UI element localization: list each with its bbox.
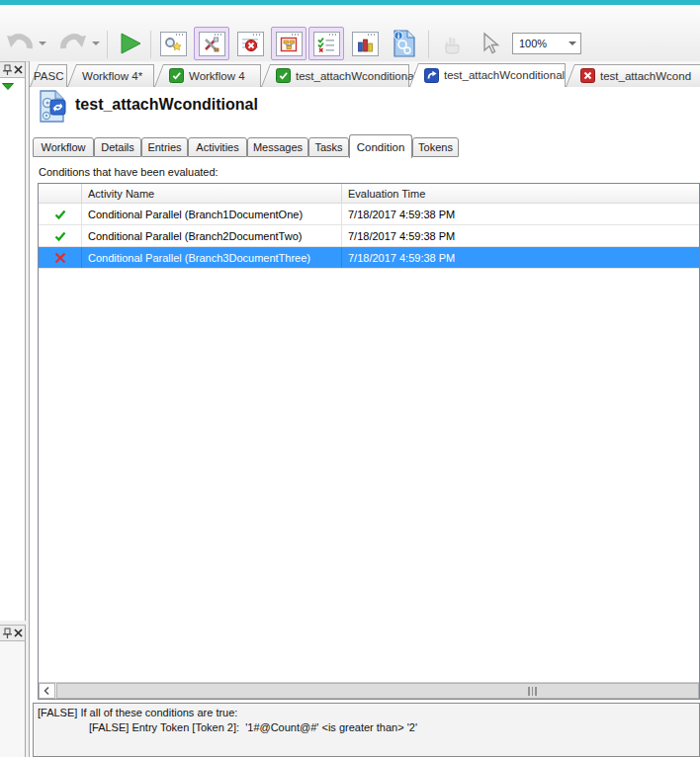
left-panel2-body <box>0 641 26 757</box>
subtab-workflow[interactable]: Workflow <box>33 137 94 157</box>
scrollbar-thumb[interactable] <box>56 683 699 699</box>
tab-test-attachwconditional-instance[interactable]: test_attachWconditional <box>409 63 566 87</box>
green-check-icon <box>169 68 184 83</box>
redo-dropdown-caret[interactable] <box>92 42 100 45</box>
toolbar-separator <box>150 31 151 58</box>
zoom-value: 100% <box>513 38 565 49</box>
tab-test-attachwcond-error[interactable]: test_attachWcond <box>566 64 700 87</box>
checklist-button[interactable] <box>308 27 344 60</box>
tab-workflow4[interactable]: Workflow 4 <box>154 64 261 87</box>
pass-check-icon <box>54 230 66 242</box>
chevron-left-icon <box>44 686 50 696</box>
tab-label: PASC <box>34 70 63 82</box>
subtab-entries[interactable]: Entries <box>141 137 188 157</box>
error-list-icon <box>237 32 264 56</box>
pin-icon[interactable] <box>2 628 12 638</box>
left-panel-header <box>0 61 26 78</box>
diagram-button[interactable] <box>271 27 306 60</box>
run-button[interactable] <box>112 27 149 60</box>
activity-name-cell: Conditional Parallel (Branch2DocumentTwo… <box>82 225 342 246</box>
redo-icon <box>58 29 88 58</box>
tools-button[interactable] <box>194 27 229 60</box>
org-chart-icon <box>276 32 303 56</box>
status-cell <box>39 247 82 268</box>
horizontal-scrollbar[interactable] <box>39 682 699 699</box>
workflow-info-icon <box>392 30 417 57</box>
tab-workflow4-edited[interactable]: Workflow 4* <box>67 64 154 87</box>
pass-check-icon <box>54 209 66 220</box>
tab-label: test_attachWcond <box>600 70 691 82</box>
bar-chart-icon <box>352 32 379 56</box>
toolbar-separator <box>428 31 429 58</box>
left-panel-body <box>0 78 26 621</box>
scroll-left-button[interactable] <box>39 683 55 699</box>
tab-label: Workflow 4* <box>82 70 142 82</box>
table-header-row: Activity Name Evaluation Time <box>39 184 699 204</box>
tab-label: Workflow 4 <box>189 70 245 82</box>
activity-name-cell: Conditional Parallel (Branch1DocumentOne… <box>82 204 342 224</box>
fail-x-icon <box>54 252 66 264</box>
cursor-icon <box>478 32 501 55</box>
subtab-details[interactable]: Details <box>94 137 141 157</box>
chevron-down-icon <box>569 42 576 45</box>
document-tabstrip: PASC Workflow 4* Workflow 4 <box>30 61 700 87</box>
status-cell <box>39 225 82 246</box>
page-title: test_attachWconditional <box>75 96 258 114</box>
status-column-header[interactable] <box>39 184 82 203</box>
play-icon <box>118 31 143 56</box>
evaluation-time-column-header[interactable]: Evaluation Time <box>342 184 699 203</box>
redo-button[interactable] <box>55 27 103 60</box>
undo-button[interactable] <box>2 27 49 60</box>
left-panel2-header <box>0 625 26 641</box>
close-icon[interactable] <box>14 65 23 74</box>
condition-detail-panel: [FALSE] If all of these conditions are t… <box>33 703 700 757</box>
status-cell <box>39 204 82 224</box>
table-row[interactable]: Conditional Parallel (Branch2DocumentTwo… <box>39 225 699 247</box>
pin-icon[interactable] <box>2 64 12 75</box>
running-instance-icon <box>424 68 439 83</box>
table-row-selected[interactable]: Conditional Parallel (Branch3DocumentThr… <box>39 247 699 269</box>
evaluation-time-cell: 7/18/2017 4:59:38 PM <box>342 247 699 268</box>
table-row[interactable]: Conditional Parallel (Branch1DocumentOne… <box>39 204 699 225</box>
close-icon[interactable] <box>14 629 23 637</box>
tab-test-attachwconditional-def[interactable]: test_attachWconditional <box>261 64 409 87</box>
tab-label: test_attachWconditional <box>296 70 416 82</box>
activity-name-column-header[interactable]: Activity Name <box>82 184 342 203</box>
subtab-condition[interactable]: Condition <box>349 134 412 158</box>
reports-button[interactable] <box>348 27 382 60</box>
hand-icon <box>439 31 465 56</box>
conditions-table: Activity Name Evaluation Time Conditiona… <box>38 183 700 700</box>
zoom-combobox[interactable]: 100% <box>512 33 581 54</box>
activity-name-cell: Conditional Parallel (Branch3DocumentThr… <box>82 247 342 268</box>
subtab-activities[interactable]: Activities <box>188 137 247 157</box>
subtab-tokens[interactable]: Tokens <box>412 137 459 157</box>
evaluation-time-cell: 7/18/2017 4:59:38 PM <box>342 204 699 224</box>
main-toolbar: 100% <box>0 5 700 62</box>
green-dropdown-arrow-icon[interactable] <box>2 83 14 90</box>
subtab-tasks[interactable]: Tasks <box>308 137 349 157</box>
scrollbar-grip <box>528 687 537 696</box>
toolbar-separator <box>107 31 108 58</box>
workflow-instance-icon <box>38 90 67 124</box>
tab-pasc[interactable]: PASC <box>30 64 67 87</box>
undo-dropdown-caret[interactable] <box>39 42 46 45</box>
workflow-info-button[interactable] <box>386 27 423 60</box>
errors-button[interactable] <box>233 27 267 60</box>
tools-icon <box>199 32 225 56</box>
document-area: test_attachWconditional Workflow Details… <box>30 87 700 757</box>
search-icon <box>160 32 187 56</box>
condition-detail-line2: [FALSE] Entry Token [Token 2]: '1#@Count… <box>89 721 699 733</box>
find-activity-button[interactable] <box>156 27 190 60</box>
subtab-messages[interactable]: Messages <box>247 137 308 157</box>
undo-icon <box>5 29 35 58</box>
tab-label: test_attachWconditional <box>444 69 565 81</box>
zoom-dropdown-button[interactable] <box>565 42 580 45</box>
select-button[interactable] <box>472 27 507 60</box>
conditions-evaluated-label: Conditions that have been evaluated: <box>39 166 219 178</box>
app-window: 100% <box>0 0 700 757</box>
condition-detail-line1: [FALSE] If all of these conditions are t… <box>38 707 699 718</box>
pan-button[interactable] <box>434 27 470 60</box>
evaluation-time-cell: 7/18/2017 4:59:38 PM <box>342 225 699 246</box>
red-x-icon <box>580 68 595 83</box>
checklist-icon <box>313 32 340 56</box>
